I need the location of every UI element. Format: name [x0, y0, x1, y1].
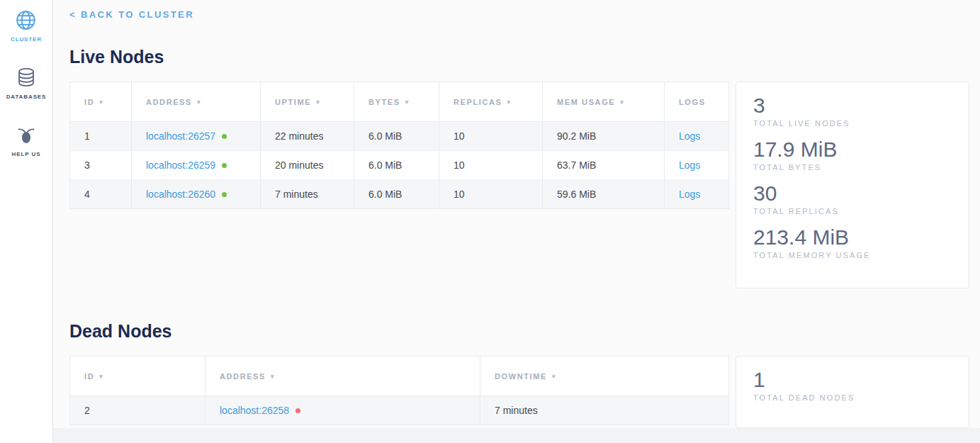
node-uptime-cell: 20 minutes: [261, 151, 354, 180]
stat-label: TOTAL MEMORY USAGE: [753, 251, 952, 259]
node-address-cell: localhost:26260: [132, 180, 261, 209]
node-logs-cell: Logs: [665, 180, 729, 209]
node-address-link[interactable]: localhost:26260: [146, 189, 215, 200]
column-header-uptime[interactable]: UPTIME: [261, 82, 354, 122]
stat-total-dead-nodes: 1 TOTAL DEAD NODES: [753, 367, 952, 402]
node-address-link[interactable]: localhost:26259: [146, 159, 215, 171]
column-header-id[interactable]: ID: [70, 357, 205, 396]
node-bytes-cell: 6.0 MiB: [354, 180, 439, 209]
dead-nodes-title: Dead Nodes: [69, 321, 980, 342]
column-header-mem-usage[interactable]: MEM USAGE: [543, 82, 665, 122]
node-address-cell: localhost:26257: [132, 122, 261, 151]
stat-value: 3: [753, 93, 952, 118]
dead-status-dot-icon: [295, 408, 300, 413]
column-header-replicas[interactable]: REPLICAS: [439, 82, 543, 122]
logs-link[interactable]: Logs: [679, 189, 700, 200]
column-header-id[interactable]: ID: [70, 82, 132, 122]
main-area: <BACK TO CLUSTER Live Nodes ID ADDRESS U…: [53, 0, 980, 443]
node-address-link[interactable]: localhost:26258: [220, 405, 289, 416]
stat-label: TOTAL LIVE NODES: [753, 119, 952, 128]
sidebar-item-help-us[interactable]: HELP US: [12, 123, 41, 157]
node-id-cell: 1: [70, 122, 132, 151]
live-nodes-summary-card: 3 TOTAL LIVE NODES 17.9 MiB TOTAL BYTES …: [736, 82, 969, 288]
sidebar-item-databases[interactable]: DATABASES: [6, 66, 47, 100]
sidebar-item-label: HELP US: [12, 151, 41, 157]
databases-icon: [15, 66, 38, 89]
logs-link[interactable]: Logs: [679, 159, 700, 171]
node-id-cell: 2: [70, 396, 205, 425]
column-header-address[interactable]: ADDRESS: [205, 357, 480, 396]
sidebar-item-label: CLUSTER: [11, 36, 42, 43]
node-replicas-cell: 10: [439, 122, 543, 151]
column-header-logs: LOGS: [665, 82, 729, 122]
column-header-address[interactable]: ADDRESS: [132, 82, 261, 122]
live-status-dot-icon: [222, 192, 227, 197]
table-row: 4 localhost:26260 7 minutes 6.0 MiB 10 5…: [70, 180, 729, 209]
node-bytes-cell: 6.0 MiB: [354, 151, 439, 180]
live-nodes-section: ID ADDRESS UPTIME BYTES REPLICAS MEM USA…: [69, 82, 980, 288]
dead-nodes-section: ID ADDRESS DOWNTIME 2 localhost:26258 7 …: [69, 356, 980, 428]
bug-icon: [15, 123, 38, 146]
node-address-cell: localhost:26258: [205, 396, 480, 425]
sidebar: CLUSTER DATABASES HELP US: [0, 0, 53, 443]
table-row: 2 localhost:26258 7 minutes: [70, 396, 729, 425]
stat-value: 30: [753, 181, 952, 206]
app-window: CLUSTER DATABASES HELP US: [0, 0, 980, 443]
stat-label: TOTAL REPLICAS: [753, 207, 952, 215]
dead-table-header-row: ID ADDRESS DOWNTIME: [70, 357, 729, 396]
node-id-cell: 4: [70, 180, 132, 209]
live-nodes-title: Live Nodes: [69, 47, 980, 67]
node-bytes-cell: 6.0 MiB: [354, 122, 439, 151]
column-header-downtime[interactable]: DOWNTIME: [480, 357, 729, 396]
node-address-link[interactable]: localhost:26257: [146, 130, 215, 142]
back-link-label: BACK TO CLUSTER: [81, 9, 194, 20]
table-row: 1 localhost:26257 22 minutes 6.0 MiB 10 …: [70, 122, 729, 151]
live-nodes-table: ID ADDRESS UPTIME BYTES REPLICAS MEM USA…: [69, 82, 729, 209]
stat-value: 1: [753, 367, 952, 392]
stat-label: TOTAL BYTES: [753, 163, 952, 172]
live-status-dot-icon: [222, 163, 227, 168]
globe-icon: [15, 9, 37, 31]
node-logs-cell: Logs: [665, 151, 729, 180]
back-chevron-icon: <: [69, 9, 77, 20]
node-mem-usage-cell: 63.7 MiB: [543, 151, 665, 180]
node-address-cell: localhost:26259: [132, 151, 261, 180]
node-uptime-cell: 22 minutes: [261, 122, 354, 151]
sidebar-item-cluster[interactable]: CLUSTER: [11, 9, 42, 43]
logs-link[interactable]: Logs: [679, 130, 700, 142]
page-content: <BACK TO CLUSTER Live Nodes ID ADDRESS U…: [53, 0, 980, 428]
stat-total-live-nodes: 3 TOTAL LIVE NODES: [753, 93, 952, 128]
stat-total-memory-usage: 213.4 MiB TOTAL MEMORY USAGE: [753, 225, 952, 259]
node-mem-usage-cell: 90.2 MiB: [543, 122, 665, 151]
page-bottom-strip: [53, 428, 980, 443]
stat-value: 17.9 MiB: [753, 137, 952, 162]
node-replicas-cell: 10: [439, 180, 543, 209]
node-replicas-cell: 10: [439, 151, 543, 180]
node-id-cell: 3: [70, 151, 132, 180]
live-status-dot-icon: [222, 134, 227, 139]
back-to-cluster-link[interactable]: <BACK TO CLUSTER: [69, 9, 194, 20]
live-table-header-row: ID ADDRESS UPTIME BYTES REPLICAS MEM USA…: [70, 82, 729, 122]
table-row: 3 localhost:26259 20 minutes 6.0 MiB 10 …: [70, 151, 729, 180]
stat-value: 213.4 MiB: [753, 225, 952, 249]
sidebar-item-label: DATABASES: [6, 94, 47, 100]
dead-nodes-table: ID ADDRESS DOWNTIME 2 localhost:26258 7 …: [69, 356, 729, 425]
node-downtime-cell: 7 minutes: [480, 396, 729, 425]
node-mem-usage-cell: 59.6 MiB: [543, 180, 665, 209]
column-header-bytes[interactable]: BYTES: [354, 82, 439, 122]
stat-total-replicas: 30 TOTAL REPLICAS: [753, 181, 952, 215]
stat-total-bytes: 17.9 MiB TOTAL BYTES: [753, 137, 952, 172]
stat-label: TOTAL DEAD NODES: [753, 393, 952, 402]
node-logs-cell: Logs: [665, 122, 729, 151]
dead-nodes-summary-card: 1 TOTAL DEAD NODES: [736, 356, 969, 428]
node-uptime-cell: 7 minutes: [261, 180, 354, 209]
